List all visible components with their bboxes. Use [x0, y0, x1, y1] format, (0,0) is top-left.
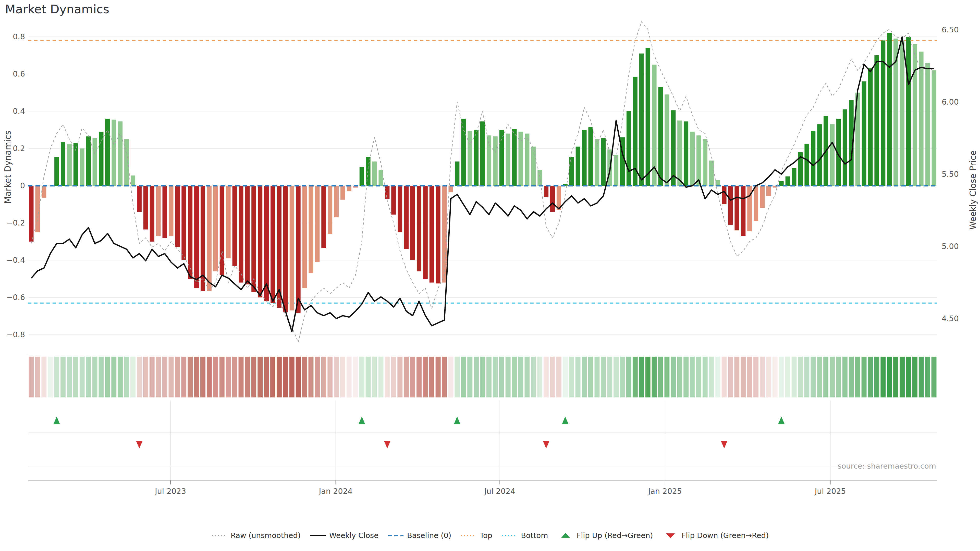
- bar: [830, 124, 835, 186]
- right-tick-label: 6.50: [942, 25, 959, 34]
- bar: [811, 131, 815, 186]
- heatmap-cell: [900, 357, 905, 397]
- heatmap-cell: [817, 357, 822, 397]
- bar: [843, 110, 847, 186]
- bar: [627, 111, 631, 186]
- bar: [544, 186, 549, 197]
- heatmap-cell: [811, 357, 816, 397]
- flip-down-marker: [543, 441, 549, 448]
- bar: [760, 186, 765, 208]
- heatmap-cell: [506, 357, 511, 397]
- bar: [315, 186, 320, 262]
- bar: [239, 186, 243, 283]
- left-tick-label: 0: [20, 181, 25, 190]
- heatmap-cell: [715, 357, 721, 397]
- bar: [868, 68, 873, 186]
- dynamics-bars: [29, 33, 936, 313]
- bar: [500, 130, 504, 186]
- bar: [181, 186, 186, 260]
- heatmap-cell: [258, 357, 262, 397]
- bar: [531, 147, 536, 186]
- heatmap-cell: [760, 357, 765, 397]
- legend-label: Raw (unsmoothed): [231, 531, 301, 540]
- bar: [677, 121, 682, 186]
- bar: [874, 56, 879, 186]
- heatmap-cell: [334, 357, 339, 397]
- bar: [684, 121, 688, 186]
- bar: [404, 186, 409, 249]
- left-tick-label: −0.4: [6, 256, 25, 265]
- heatmap-cell: [569, 357, 574, 397]
- heatmap-cell: [480, 357, 485, 397]
- heatmap-cell: [436, 357, 441, 397]
- right-tick-label: 6.00: [942, 97, 959, 106]
- heatmap-cell: [683, 357, 689, 397]
- top-line-swatch: [460, 532, 477, 539]
- bar: [61, 142, 65, 186]
- bar: [436, 186, 441, 283]
- heatmap-cell: [181, 357, 186, 397]
- heatmap-cell: [124, 357, 129, 397]
- heatmap-cell: [321, 357, 326, 397]
- heatmap-cell: [842, 357, 848, 397]
- heatmap-cell: [99, 357, 104, 397]
- bar: [906, 37, 911, 186]
- heatmap-cell: [868, 357, 873, 397]
- bar: [270, 186, 275, 303]
- heatmap-cell: [658, 357, 663, 397]
- x-tick-label: Jan 2025: [648, 487, 682, 495]
- bar: [474, 130, 479, 186]
- heatmap-cell: [493, 357, 498, 397]
- bar: [697, 135, 701, 186]
- bar: [156, 186, 161, 236]
- heatmap-cell: [893, 357, 898, 397]
- heatmap-cell: [391, 357, 396, 397]
- legend-label: Bottom: [521, 531, 548, 540]
- flip-up-marker: [454, 416, 460, 424]
- flip-up-marker-swatch: [557, 532, 574, 539]
- flip-down-marker: [721, 441, 728, 448]
- heatmap-cell: [277, 357, 282, 397]
- bar: [455, 162, 460, 186]
- heatmap-cell: [588, 357, 593, 397]
- heatmap-cell: [785, 357, 791, 397]
- heatmap-cell: [372, 357, 377, 397]
- heatmap-cell: [779, 357, 784, 397]
- bar: [550, 186, 555, 212]
- heatmap-cell: [232, 357, 237, 397]
- heatmap-cell: [175, 357, 180, 397]
- bar: [512, 129, 517, 186]
- bar: [213, 186, 218, 272]
- heatmap-cell: [29, 357, 34, 397]
- bar: [461, 119, 466, 186]
- bar: [130, 176, 135, 186]
- heatmap-cell: [461, 357, 466, 397]
- heatmap-cell: [614, 357, 619, 397]
- bar: [137, 186, 142, 212]
- heatmap-cell: [855, 357, 860, 397]
- bar: [735, 186, 739, 230]
- heatmap-cell: [379, 357, 383, 397]
- flip-up-marker: [562, 416, 569, 424]
- heatmap-cell: [919, 357, 924, 397]
- heatmap-cell: [741, 357, 746, 397]
- heatmap-cell: [823, 357, 829, 397]
- heatmap-cell: [264, 357, 269, 397]
- left-tick-label: 0.8: [13, 32, 25, 41]
- heatmap-cell: [200, 357, 205, 397]
- bar: [258, 186, 262, 297]
- heatmap-cell: [442, 357, 447, 397]
- bar: [588, 127, 593, 186]
- chart-legend: Raw (unsmoothed)Weekly CloseBaseline (0)…: [0, 531, 980, 540]
- heatmap-cell: [86, 357, 91, 397]
- bar: [143, 186, 148, 230]
- heatmap-cell: [747, 357, 752, 397]
- heatmap-cell: [932, 357, 937, 397]
- right-tick-label: 5.50: [942, 170, 959, 179]
- heatmap-cell: [156, 357, 161, 397]
- heatmap-cell: [696, 357, 701, 397]
- heatmap-cell: [677, 357, 682, 397]
- heatmap-cell: [270, 357, 275, 397]
- heatmap-cell: [734, 357, 739, 397]
- flip-up-markers: [53, 416, 785, 424]
